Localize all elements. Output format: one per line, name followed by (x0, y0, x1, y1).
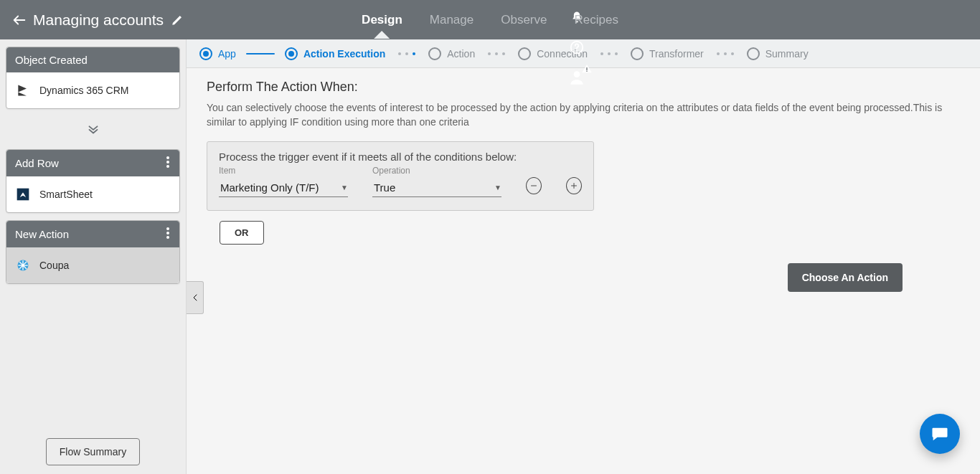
kebab-icon (166, 156, 169, 168)
smartsheet-icon (15, 186, 31, 202)
top-tabs: Design Manage Observe Recipes (360, 0, 620, 39)
sidebar-block-entry[interactable]: Dynamics 365 CRM (6, 72, 179, 108)
step-indicator-icon (285, 47, 298, 60)
step-indicator-icon (518, 47, 531, 60)
sidebar-block-entry[interactable]: Coupa (6, 247, 179, 283)
sidebar-block-title: New Action (15, 228, 69, 240)
conditions-title: Process the trigger event if it meets al… (219, 151, 582, 163)
svg-point-7 (166, 165, 169, 168)
item-select-value: Marketing Only (T/F) (220, 181, 319, 194)
page-title: Managing accounts (33, 11, 164, 29)
sidebar-block-head: Object Created (6, 47, 179, 72)
svg-point-9 (166, 227, 169, 230)
kebab-icon (166, 227, 169, 239)
block-menu-button[interactable] (165, 156, 171, 170)
help-circle-icon (569, 39, 585, 55)
warning-badge-icon (581, 63, 593, 77)
sidebar-block-add-row[interactable]: Add Row SmartSheet (6, 149, 180, 213)
help-button[interactable] (567, 37, 587, 57)
svg-point-10 (166, 232, 169, 234)
svg-point-5 (166, 156, 169, 159)
flow-summary-button[interactable]: Flow Summary (46, 438, 140, 465)
minus-icon (529, 181, 538, 190)
tab-manage[interactable]: Manage (428, 13, 475, 27)
sidebar-app-name: Dynamics 365 CRM (39, 85, 128, 96)
operation-select-value: True (374, 181, 395, 194)
chat-icon (930, 424, 950, 444)
collapse-sidebar-button[interactable] (187, 281, 204, 314)
step-indicator-icon (428, 47, 441, 60)
dynamics-365-icon (15, 82, 31, 98)
main-area: App Action Execution Action Connection (187, 39, 980, 474)
pencil-icon (171, 14, 184, 27)
content: Perform The Action When: You can selecti… (187, 68, 980, 474)
chevron-left-icon (191, 293, 199, 303)
user-menu[interactable] (567, 67, 587, 87)
item-field: Item Marketing Only (T/F) ▼ (219, 166, 348, 197)
sidebar-block-entry[interactable]: SmartSheet (6, 176, 179, 212)
svg-point-11 (166, 236, 169, 239)
topbar: Managing accounts Design Manage Observe … (0, 0, 980, 39)
operation-field-label: Operation (372, 166, 501, 176)
arrow-left-icon (11, 12, 27, 28)
svg-point-6 (166, 161, 169, 163)
chat-button[interactable] (920, 414, 960, 454)
sidebar-app-name: Coupa (39, 260, 69, 271)
svg-point-1 (576, 49, 578, 51)
step-indicator-icon (747, 47, 760, 60)
sidebar-block-new-action[interactable]: New Action Coupa (6, 220, 180, 284)
back-button[interactable] (7, 8, 32, 32)
sidebar: Object Created Dynamics 365 CRM A (0, 39, 187, 474)
edit-title-button[interactable] (171, 14, 184, 27)
svg-rect-3 (586, 67, 587, 70)
operation-select[interactable]: True ▼ (372, 177, 501, 197)
item-select[interactable]: Marketing Only (T/F) ▼ (219, 177, 348, 197)
sidebar-block-head: Add Row (6, 150, 179, 176)
choose-action-button[interactable]: Choose An Action (788, 263, 903, 292)
remove-condition-button[interactable] (526, 177, 542, 194)
chevron-down-icon: ▼ (341, 184, 348, 191)
conditions-box: Process the trigger event if it meets al… (207, 141, 594, 211)
coupa-icon (15, 257, 31, 273)
body: Object Created Dynamics 365 CRM A (0, 39, 980, 474)
plus-icon (570, 181, 578, 190)
add-condition-button[interactable] (566, 177, 582, 194)
svg-rect-4 (586, 70, 587, 71)
operation-field: Operation True ▼ (372, 166, 501, 197)
section-description: You can selectively choose the events of… (207, 100, 953, 130)
svg-point-2 (574, 71, 580, 77)
sidebar-block-title: Add Row (15, 157, 59, 169)
tab-observe[interactable]: Observe (499, 13, 548, 27)
sidebar-block-title: Object Created (15, 54, 88, 66)
sidebar-app-name: SmartSheet (39, 189, 93, 200)
chevron-down-icon: ▼ (494, 184, 501, 191)
condition-row: Item Marketing Only (T/F) ▼ Operation Tr… (219, 166, 582, 197)
sidebar-block-object-created[interactable]: Object Created Dynamics 365 CRM (6, 47, 180, 109)
or-button[interactable]: OR (220, 221, 264, 245)
block-menu-button[interactable] (165, 227, 171, 241)
step-indicator-icon (631, 47, 644, 60)
flow-connector-icon (6, 116, 180, 142)
tab-recipes[interactable]: Recipes (573, 13, 619, 27)
step-indicator-icon (199, 47, 212, 60)
sidebar-block-head: New Action (6, 221, 179, 247)
tab-design[interactable]: Design (360, 13, 404, 27)
item-field-label: Item (219, 166, 348, 176)
